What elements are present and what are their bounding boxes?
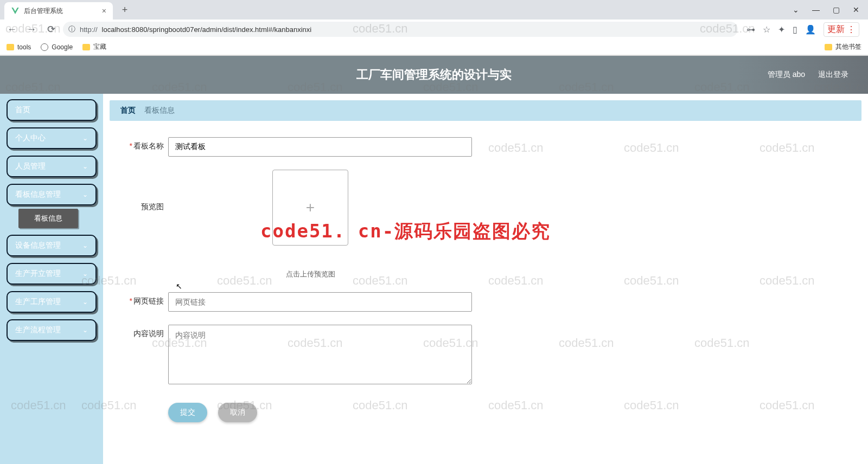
bookmark-tools[interactable]: tools (7, 43, 31, 51)
folder-icon (7, 44, 14, 50)
upload-box[interactable]: + (272, 170, 348, 246)
breadcrumb-current: 看板信息 (144, 106, 175, 115)
plus-icon: + (306, 199, 315, 216)
profile-icon[interactable]: 👤 (805, 24, 816, 35)
more-icon: ⋮ (847, 24, 856, 35)
sidebar-item-equipment[interactable]: 设备信息管理⌄ (7, 235, 97, 256)
maximize-icon[interactable]: ▢ (833, 5, 840, 14)
sidebar-item-production-open[interactable]: 生产开立管理⌄ (7, 263, 97, 285)
chevron-down-icon[interactable]: ⌄ (793, 5, 799, 14)
chevron-down-icon: ⌄ (82, 134, 88, 142)
close-tab-icon[interactable]: × (102, 7, 106, 15)
logout-button[interactable]: 退出登录 (818, 70, 848, 80)
reader-icon[interactable]: ▯ (793, 24, 797, 35)
app-body: 首页 个人中心⌄ 人员管理⌄ 看板信息管理⌄ 看板信息 设备信息管理⌄ 生产开立… (0, 94, 868, 464)
label-desc: 内容说明 (115, 325, 164, 339)
breadcrumb-home[interactable]: 首页 (120, 106, 136, 115)
form-area: *看板名称 预览图 + 点击上传预览图 *网页链接 (110, 121, 861, 439)
input-link[interactable] (168, 292, 472, 312)
close-window-icon[interactable]: ✕ (853, 5, 859, 14)
app-title: 工厂车间管理系统的设计与实 (356, 67, 512, 83)
update-button[interactable]: 更新 ⋮ (824, 22, 859, 37)
forward-button[interactable]: → (24, 22, 39, 37)
app-header: 工厂车间管理系统的设计与实 管理员 abo 退出登录 (0, 56, 868, 94)
vue-favicon-icon (11, 7, 20, 15)
address-bar: ← → ⟳ ⓘ http:// localhost:8080/springboo… (0, 20, 868, 39)
input-kanban-name[interactable] (168, 137, 472, 157)
other-bookmarks[interactable]: 其他书签 (825, 42, 861, 51)
url-text: localhost:8080/springbootd07er/admin/dis… (102, 25, 312, 34)
chevron-down-icon: ⌄ (82, 270, 88, 278)
reload-button[interactable]: ⟳ (43, 22, 59, 37)
sidebar-item-production-flow[interactable]: 生产流程管理⌄ (7, 319, 97, 341)
upload-hint: 点击上传预览图 (286, 269, 335, 279)
chevron-down-icon: ⌄ (82, 242, 88, 249)
bookmark-google[interactable]: Google (41, 43, 73, 51)
globe-icon (41, 43, 48, 51)
sidebar-item-production-process[interactable]: 生产工序管理⌄ (7, 291, 97, 313)
folder-icon (825, 44, 832, 50)
chevron-down-icon: ⌄ (82, 163, 88, 170)
sidebar-item-home[interactable]: 首页 (7, 99, 97, 121)
sidebar-item-personnel[interactable]: 人员管理⌄ (7, 156, 97, 177)
label-preview: 预览图 (115, 170, 164, 212)
bookmark-treasure[interactable]: 宝藏 (82, 42, 106, 51)
back-button[interactable]: ← (4, 22, 20, 37)
chevron-down-icon: ⌄ (82, 298, 88, 306)
submit-button[interactable]: 提交 (168, 403, 207, 422)
chevron-down-icon: ⌄ (82, 191, 88, 198)
minimize-icon[interactable]: — (812, 5, 820, 14)
url-input[interactable]: ⓘ http:// localhost:8080/springbootd07er… (63, 22, 738, 37)
textarea-desc[interactable] (168, 325, 472, 384)
folder-icon (82, 44, 90, 50)
info-icon[interactable]: ⓘ (68, 24, 75, 34)
url-prefix: http:// (80, 25, 98, 34)
tab-title: 后台管理系统 (24, 7, 63, 16)
sidebar-item-profile[interactable]: 个人中心⌄ (7, 127, 97, 149)
bookmarks-bar: tools Google 宝藏 其他书签 (0, 39, 868, 55)
new-tab-button[interactable]: + (117, 4, 132, 16)
breadcrumb: 首页 看板信息 (110, 100, 861, 121)
main-content: 首页 看板信息 *看板名称 预览图 + 点击上传预览图 *网页 (103, 94, 868, 464)
label-link: *网页链接 (115, 292, 164, 306)
chevron-down-icon: ⌄ (82, 326, 88, 334)
label-kanban-name: *看板名称 (115, 137, 164, 151)
sidebar-item-kanban[interactable]: 看板信息管理⌄ (7, 184, 97, 205)
cancel-button[interactable]: 取消 (218, 403, 257, 422)
browser-chrome: 后台管理系统 × + ⌄ — ▢ ✕ ← → ⟳ ⓘ http:// local… (0, 0, 868, 56)
sidebar: 首页 个人中心⌄ 人员管理⌄ 看板信息管理⌄ 看板信息 设备信息管理⌄ 生产开立… (0, 94, 103, 464)
window-controls: ⌄ — ▢ ✕ (793, 5, 868, 14)
extension-icon[interactable]: ✦ (778, 24, 785, 35)
tab-bar: 后台管理系统 × + ⌄ — ▢ ✕ (0, 0, 868, 20)
star-icon[interactable]: ☆ (763, 24, 770, 35)
browser-tab[interactable]: 后台管理系统 × (4, 2, 113, 20)
key-icon[interactable]: ⊶ (746, 24, 755, 35)
sidebar-subitem-kanban-info[interactable]: 看板信息 (18, 209, 78, 228)
user-label[interactable]: 管理员 abo (768, 70, 805, 80)
toolbar-icons: ⊶ ☆ ✦ ▯ 👤 更新 ⋮ (742, 22, 864, 37)
